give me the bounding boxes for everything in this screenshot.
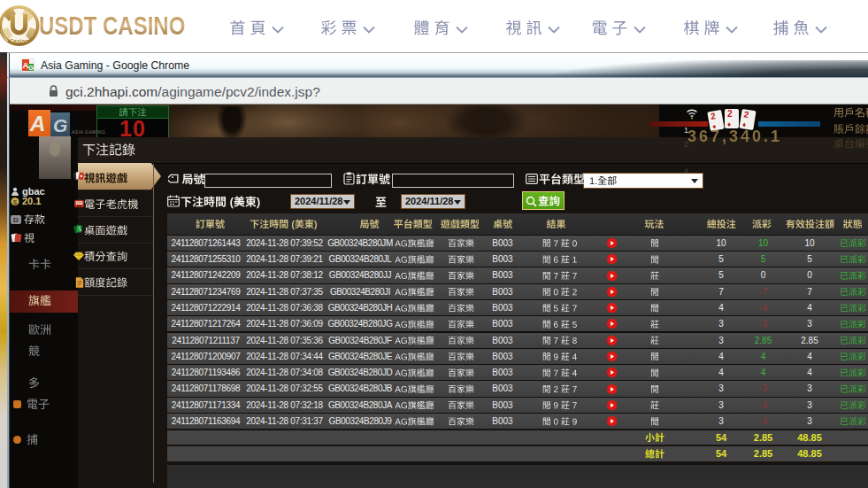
svg-text:$: $ xyxy=(13,198,18,206)
svg-text:Casino: Casino xyxy=(10,38,29,44)
svg-text:G: G xyxy=(28,64,34,72)
svg-text:D: D xyxy=(13,216,19,224)
svg-text:777: 777 xyxy=(76,201,81,205)
